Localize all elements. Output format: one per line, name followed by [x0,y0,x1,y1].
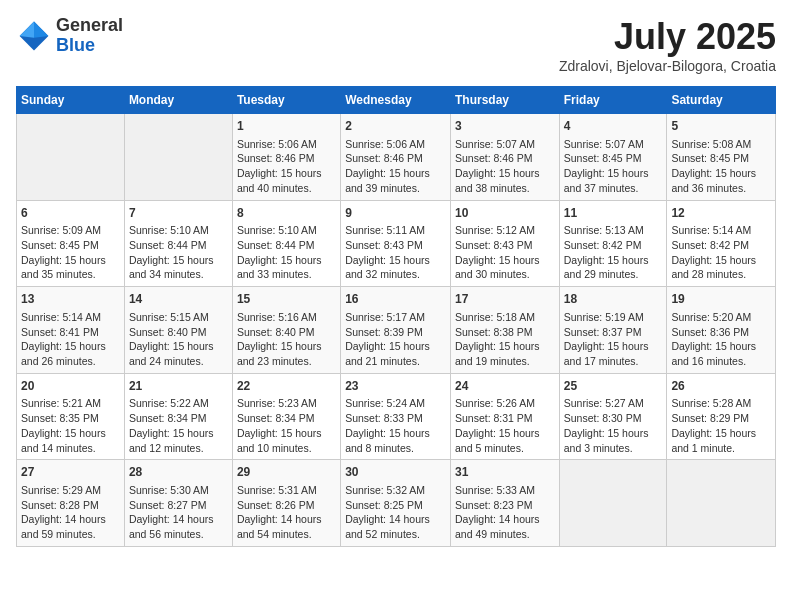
day-header-friday: Friday [559,87,667,114]
calendar-cell: 16Sunrise: 5:17 AMSunset: 8:39 PMDayligh… [341,287,451,374]
day-number: 16 [345,291,446,308]
calendar-cell: 9Sunrise: 5:11 AMSunset: 8:43 PMDaylight… [341,200,451,287]
header-row: SundayMondayTuesdayWednesdayThursdayFrid… [17,87,776,114]
calendar-cell: 2Sunrise: 5:06 AMSunset: 8:46 PMDaylight… [341,114,451,201]
title-block: July 2025 Zdralovi, Bjelovar-Bilogora, C… [559,16,776,74]
day-header-saturday: Saturday [667,87,776,114]
day-number: 17 [455,291,555,308]
logo-general: General [56,16,123,36]
calendar-cell: 19Sunrise: 5:20 AMSunset: 8:36 PMDayligh… [667,287,776,374]
calendar-cell: 20Sunrise: 5:21 AMSunset: 8:35 PMDayligh… [17,373,125,460]
location: Zdralovi, Bjelovar-Bilogora, Croatia [559,58,776,74]
cell-content: Sunrise: 5:14 AMSunset: 8:42 PMDaylight:… [671,223,771,282]
day-header-tuesday: Tuesday [232,87,340,114]
calendar-table: SundayMondayTuesdayWednesdayThursdayFrid… [16,86,776,547]
day-number: 20 [21,378,120,395]
calendar-cell: 10Sunrise: 5:12 AMSunset: 8:43 PMDayligh… [450,200,559,287]
cell-content: Sunrise: 5:07 AMSunset: 8:46 PMDaylight:… [455,137,555,196]
logo-text: General Blue [56,16,123,56]
calendar-cell: 25Sunrise: 5:27 AMSunset: 8:30 PMDayligh… [559,373,667,460]
cell-content: Sunrise: 5:11 AMSunset: 8:43 PMDaylight:… [345,223,446,282]
day-number: 28 [129,464,228,481]
calendar-cell: 13Sunrise: 5:14 AMSunset: 8:41 PMDayligh… [17,287,125,374]
calendar-cell [667,460,776,547]
day-number: 22 [237,378,336,395]
day-number: 10 [455,205,555,222]
svg-marker-2 [20,21,34,37]
day-number: 7 [129,205,228,222]
cell-content: Sunrise: 5:30 AMSunset: 8:27 PMDaylight:… [129,483,228,542]
calendar-cell: 15Sunrise: 5:16 AMSunset: 8:40 PMDayligh… [232,287,340,374]
day-number: 29 [237,464,336,481]
calendar-cell: 31Sunrise: 5:33 AMSunset: 8:23 PMDayligh… [450,460,559,547]
day-number: 26 [671,378,771,395]
cell-content: Sunrise: 5:12 AMSunset: 8:43 PMDaylight:… [455,223,555,282]
calendar-cell: 7Sunrise: 5:10 AMSunset: 8:44 PMDaylight… [124,200,232,287]
day-number: 12 [671,205,771,222]
calendar-cell: 29Sunrise: 5:31 AMSunset: 8:26 PMDayligh… [232,460,340,547]
calendar-cell: 27Sunrise: 5:29 AMSunset: 8:28 PMDayligh… [17,460,125,547]
day-number: 3 [455,118,555,135]
day-header-sunday: Sunday [17,87,125,114]
day-number: 2 [345,118,446,135]
day-number: 5 [671,118,771,135]
calendar-cell [559,460,667,547]
calendar-cell: 6Sunrise: 5:09 AMSunset: 8:45 PMDaylight… [17,200,125,287]
cell-content: Sunrise: 5:29 AMSunset: 8:28 PMDaylight:… [21,483,120,542]
cell-content: Sunrise: 5:20 AMSunset: 8:36 PMDaylight:… [671,310,771,369]
week-row: 20Sunrise: 5:21 AMSunset: 8:35 PMDayligh… [17,373,776,460]
calendar-cell: 17Sunrise: 5:18 AMSunset: 8:38 PMDayligh… [450,287,559,374]
calendar-cell: 11Sunrise: 5:13 AMSunset: 8:42 PMDayligh… [559,200,667,287]
calendar-cell: 4Sunrise: 5:07 AMSunset: 8:45 PMDaylight… [559,114,667,201]
cell-content: Sunrise: 5:28 AMSunset: 8:29 PMDaylight:… [671,396,771,455]
calendar-cell: 24Sunrise: 5:26 AMSunset: 8:31 PMDayligh… [450,373,559,460]
calendar-cell: 21Sunrise: 5:22 AMSunset: 8:34 PMDayligh… [124,373,232,460]
calendar-cell: 26Sunrise: 5:28 AMSunset: 8:29 PMDayligh… [667,373,776,460]
day-number: 23 [345,378,446,395]
day-number: 15 [237,291,336,308]
cell-content: Sunrise: 5:10 AMSunset: 8:44 PMDaylight:… [129,223,228,282]
cell-content: Sunrise: 5:33 AMSunset: 8:23 PMDaylight:… [455,483,555,542]
day-header-wednesday: Wednesday [341,87,451,114]
day-number: 4 [564,118,663,135]
cell-content: Sunrise: 5:26 AMSunset: 8:31 PMDaylight:… [455,396,555,455]
calendar-cell: 30Sunrise: 5:32 AMSunset: 8:25 PMDayligh… [341,460,451,547]
cell-content: Sunrise: 5:17 AMSunset: 8:39 PMDaylight:… [345,310,446,369]
week-row: 27Sunrise: 5:29 AMSunset: 8:28 PMDayligh… [17,460,776,547]
calendar-cell: 14Sunrise: 5:15 AMSunset: 8:40 PMDayligh… [124,287,232,374]
cell-content: Sunrise: 5:16 AMSunset: 8:40 PMDaylight:… [237,310,336,369]
day-number: 14 [129,291,228,308]
calendar-cell: 5Sunrise: 5:08 AMSunset: 8:45 PMDaylight… [667,114,776,201]
day-number: 6 [21,205,120,222]
day-number: 18 [564,291,663,308]
logo: General Blue [16,16,123,56]
logo-blue: Blue [56,36,123,56]
cell-content: Sunrise: 5:10 AMSunset: 8:44 PMDaylight:… [237,223,336,282]
cell-content: Sunrise: 5:09 AMSunset: 8:45 PMDaylight:… [21,223,120,282]
calendar-cell: 28Sunrise: 5:30 AMSunset: 8:27 PMDayligh… [124,460,232,547]
day-number: 9 [345,205,446,222]
cell-content: Sunrise: 5:21 AMSunset: 8:35 PMDaylight:… [21,396,120,455]
calendar-cell: 12Sunrise: 5:14 AMSunset: 8:42 PMDayligh… [667,200,776,287]
week-row: 6Sunrise: 5:09 AMSunset: 8:45 PMDaylight… [17,200,776,287]
cell-content: Sunrise: 5:18 AMSunset: 8:38 PMDaylight:… [455,310,555,369]
day-number: 19 [671,291,771,308]
day-number: 21 [129,378,228,395]
cell-content: Sunrise: 5:07 AMSunset: 8:45 PMDaylight:… [564,137,663,196]
cell-content: Sunrise: 5:22 AMSunset: 8:34 PMDaylight:… [129,396,228,455]
cell-content: Sunrise: 5:27 AMSunset: 8:30 PMDaylight:… [564,396,663,455]
cell-content: Sunrise: 5:15 AMSunset: 8:40 PMDaylight:… [129,310,228,369]
day-number: 24 [455,378,555,395]
week-row: 13Sunrise: 5:14 AMSunset: 8:41 PMDayligh… [17,287,776,374]
logo-icon [16,18,52,54]
day-number: 11 [564,205,663,222]
cell-content: Sunrise: 5:06 AMSunset: 8:46 PMDaylight:… [237,137,336,196]
calendar-cell: 8Sunrise: 5:10 AMSunset: 8:44 PMDaylight… [232,200,340,287]
calendar-cell: 3Sunrise: 5:07 AMSunset: 8:46 PMDaylight… [450,114,559,201]
calendar-cell [124,114,232,201]
cell-content: Sunrise: 5:32 AMSunset: 8:25 PMDaylight:… [345,483,446,542]
day-header-monday: Monday [124,87,232,114]
page-header: General Blue July 2025 Zdralovi, Bjelova… [16,16,776,74]
cell-content: Sunrise: 5:06 AMSunset: 8:46 PMDaylight:… [345,137,446,196]
cell-content: Sunrise: 5:19 AMSunset: 8:37 PMDaylight:… [564,310,663,369]
